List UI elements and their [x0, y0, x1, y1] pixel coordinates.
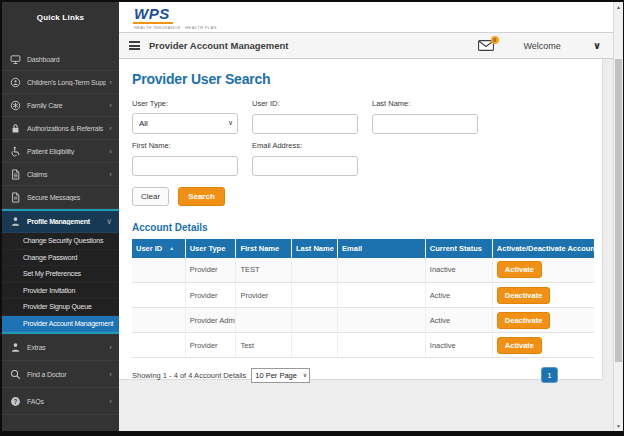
chevron-down-icon[interactable]: ∨	[593, 40, 601, 51]
sidebar-item-family-care[interactable]: Family Care ‹	[2, 94, 119, 117]
vertical-scrollbar[interactable]: ▲ ▼	[613, 2, 623, 431]
clear-button[interactable]: Clear	[132, 187, 169, 206]
search-button[interactable]: Search	[178, 187, 225, 206]
sidebar-item-faqs[interactable]: ? FAQs ‹	[2, 388, 119, 415]
secure-messages-icon	[10, 192, 21, 203]
family-care-icon	[10, 100, 21, 111]
cell-user-id	[132, 333, 185, 358]
deactivate-button[interactable]: Deactivate	[497, 312, 551, 329]
column-header-email[interactable]: Email	[338, 239, 426, 258]
sidebar-item-secure-messages[interactable]: Secure Messages	[2, 186, 119, 209]
cell-email	[338, 258, 426, 283]
sidebar-item-find-a-doctor[interactable]: Find a Doctor ‹	[2, 361, 119, 388]
user-id-input[interactable]	[252, 114, 358, 134]
table-row: Provider TEST Inactive Activate	[132, 258, 594, 283]
cell-last-name	[291, 308, 337, 333]
section-title-provider-user-search: Provider User Search	[132, 71, 594, 87]
sidebar-item-label: Find a Doctor	[27, 371, 106, 378]
sidebar-item-label: Claims	[27, 171, 106, 178]
section-title-account-details: Account Details	[132, 222, 594, 233]
cell-user-id	[132, 308, 185, 333]
page-title: Provider Account Management	[149, 40, 289, 51]
cell-last-name	[291, 258, 337, 283]
table-header-row: User ID▲ User Type First Name Last Name …	[132, 239, 594, 258]
sidebar-subitem-set-my-preferences[interactable]: Set My Preferences	[2, 266, 119, 283]
app-window: Quick Links Dashboard Children's Long-Te…	[0, 0, 624, 436]
user-type-select[interactable]: All	[132, 113, 238, 134]
cell-current-status: Active	[425, 283, 492, 308]
wps-logo-tagline: HEALTH INSURANCE · HEALTH PLAN	[133, 25, 613, 30]
deactivate-button[interactable]: Deactivate	[497, 287, 551, 304]
table-row: Provider Provider Active Deactivate	[132, 283, 594, 308]
cell-email	[338, 333, 426, 358]
activate-button[interactable]: Activate	[497, 337, 542, 354]
messages-button[interactable]: 0	[478, 40, 494, 51]
user-type-label: User Type:	[132, 99, 238, 108]
sidebar-subitem-provider-account-management[interactable]: Provider Account Management	[2, 316, 119, 333]
search-icon	[10, 369, 21, 380]
showing-results-text: Showing 1 - 4 of 4 Account Details	[132, 371, 246, 380]
chevron-left-icon: ‹	[109, 124, 112, 133]
sidebar-item-authorizations-referrals[interactable]: Authorizations & Referrals ‹	[2, 117, 119, 140]
user-id-label: User ID:	[252, 99, 358, 108]
table-row: Provider Admin Active Deactivate	[132, 308, 594, 333]
last-name-label: Last Name:	[372, 99, 478, 108]
scrollbar-thumb[interactable]	[615, 59, 622, 362]
cell-current-status: Active	[425, 308, 492, 333]
column-header-first-name[interactable]: First Name	[236, 239, 291, 258]
email-field-group: Email Address:	[252, 141, 358, 176]
column-header-user-type[interactable]: User Type	[185, 239, 236, 258]
per-page-select[interactable]: 10 Per Page	[251, 368, 310, 383]
cell-user-type: Provider	[185, 258, 236, 283]
scroll-up-icon[interactable]: ▲	[614, 4, 623, 10]
cell-current-status: Inactive	[425, 333, 492, 358]
cell-first-name: Test	[236, 333, 291, 358]
claims-icon	[10, 169, 21, 180]
person-icon	[10, 216, 21, 227]
sidebar-item-dashboard[interactable]: Dashboard	[2, 48, 119, 71]
cell-user-type: Provider	[185, 283, 236, 308]
user-type-field-group: User Type: All ∨	[132, 99, 238, 134]
hamburger-menu-icon[interactable]	[129, 41, 140, 50]
search-form: User Type: All ∨ User ID: Last Na	[132, 99, 594, 176]
sidebar-item-label: Children's Long-Term Support	[27, 79, 106, 86]
column-header-activate-deactivate[interactable]: Activate/Deactivate Account	[492, 239, 594, 258]
sidebar-item-label: Extras	[27, 344, 106, 351]
cell-user-id	[132, 258, 185, 283]
sidebar-item-childrens-long-term-support[interactable]: Children's Long-Term Support ‹	[2, 71, 119, 94]
cell-last-name	[291, 283, 337, 308]
pagination-page-1-button[interactable]: 1	[541, 367, 558, 383]
header-right-group: 0 Welcome ∨	[478, 40, 601, 51]
lock-icon	[10, 123, 21, 134]
question-icon: ?	[10, 396, 21, 407]
cell-current-status: Inactive	[425, 258, 492, 283]
sidebar-subitem-provider-invitation[interactable]: Provider Invitation	[2, 283, 119, 300]
sidebar-subitem-change-security-questions[interactable]: Change Security Questions	[2, 233, 119, 250]
email-input[interactable]	[252, 156, 358, 176]
children-support-icon	[10, 77, 21, 88]
column-header-last-name[interactable]: Last Name	[291, 239, 337, 258]
chevron-left-icon: ‹	[109, 370, 112, 379]
sidebar-item-label: Profile Management	[27, 218, 103, 225]
scroll-down-icon[interactable]: ▼	[614, 423, 623, 429]
welcome-menu[interactable]: Welcome	[524, 41, 561, 51]
sidebar-item-claims[interactable]: Claims ‹	[2, 163, 119, 186]
sidebar-item-extras[interactable]: Extras ‹	[2, 334, 119, 361]
sidebar-nav: Dashboard Children's Long-Term Support ‹…	[2, 32, 119, 415]
top-header-bar: Provider Account Management 0 Welcome ∨	[119, 32, 613, 59]
sidebar-item-profile-management[interactable]: Profile Management ∨	[2, 209, 119, 233]
wps-logo: WPS	[133, 6, 173, 24]
last-name-input[interactable]	[372, 114, 478, 134]
sidebar-subitem-change-password[interactable]: Change Password	[2, 250, 119, 267]
column-header-user-id[interactable]: User ID▲	[132, 239, 185, 258]
activate-button[interactable]: Activate	[497, 261, 542, 278]
cell-first-name	[236, 308, 291, 333]
sidebar-item-patient-eligibility[interactable]: Patient Eligibility ‹	[2, 140, 119, 163]
sidebar-subitem-provider-signup-queue[interactable]: Provider Signup Queue	[2, 299, 119, 316]
column-header-current-status[interactable]: Current Status	[425, 239, 492, 258]
cell-user-id	[132, 283, 185, 308]
sidebar-item-label: Dashboard	[27, 56, 109, 63]
table-row: Provider Test Inactive Activate	[132, 333, 594, 358]
first-name-input[interactable]	[132, 156, 238, 176]
cell-last-name	[291, 333, 337, 358]
